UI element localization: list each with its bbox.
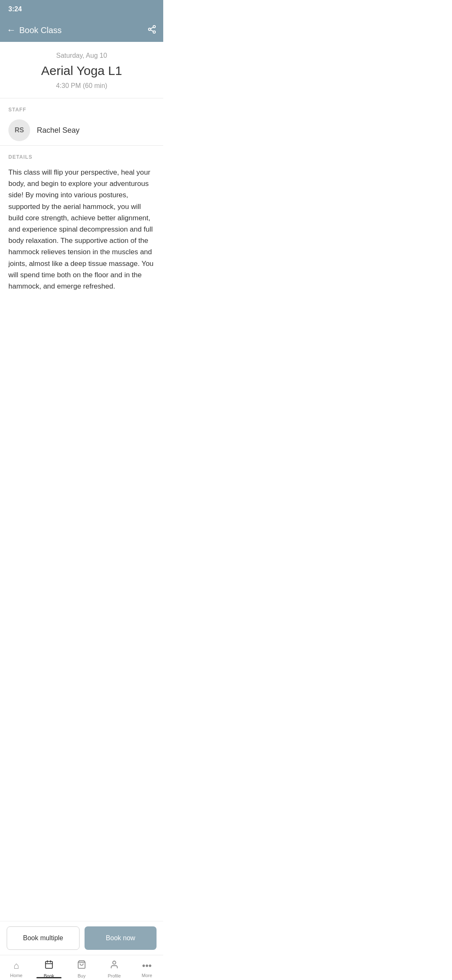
staff-section: STAFF RS Rachel Seay	[0, 98, 163, 145]
staff-row: RS Rachel Seay	[8, 119, 155, 141]
details-section-label: DETAILS	[8, 154, 155, 160]
header-left: ← Book Class	[7, 25, 62, 36]
staff-avatar: RS	[8, 119, 30, 141]
class-date: Saturday, Aug 10	[8, 52, 155, 59]
status-time: 3:24	[8, 5, 22, 13]
back-icon[interactable]: ←	[7, 25, 16, 36]
class-name: Aerial Yoga L1	[8, 64, 155, 78]
class-info: Saturday, Aug 10 Aerial Yoga L1 4:30 PM …	[0, 42, 163, 98]
share-icon[interactable]	[147, 25, 157, 36]
svg-line-3	[151, 30, 153, 31]
details-text: This class will flip your perspective, h…	[8, 167, 155, 292]
details-section: DETAILS This class will flip your perspe…	[0, 145, 163, 334]
status-bar: 3:24	[0, 0, 163, 18]
staff-name: Rachel Seay	[37, 126, 80, 135]
class-time: 4:30 PM (60 min)	[8, 82, 155, 90]
svg-line-4	[151, 27, 153, 28]
staff-section-label: STAFF	[8, 107, 155, 113]
header-title: Book Class	[19, 26, 62, 35]
header: ← Book Class	[0, 18, 163, 42]
